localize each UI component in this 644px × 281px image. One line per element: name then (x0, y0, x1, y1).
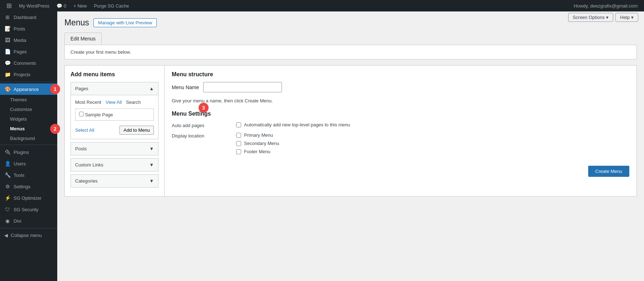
tools-icon: 🔧 (4, 172, 11, 178)
sidebar-item-sg-optimizer[interactable]: ⚡ SG Optimizer (0, 192, 57, 204)
sample-page-checkbox[interactable] (79, 112, 84, 116)
search-tab[interactable]: Search (126, 100, 141, 105)
admin-bar: ⊞ My WordPress 💬 0 + New Purge SG Cache … (0, 0, 644, 11)
appearance-icon: 🎨 (4, 86, 11, 92)
sidebar-item-label: Users (14, 161, 26, 166)
auto-add-checkbox-label: Automatically add new top-level pages to… (244, 122, 350, 127)
howdy-text: Howdy, deezgrafix@gmail.com (570, 3, 641, 9)
main-content: Menus Manage with Live Preview Edit Menu… (57, 11, 644, 281)
sidebar-item-label: Media (14, 38, 26, 43)
view-all-tab[interactable]: View All (106, 100, 122, 105)
secondary-menu-checkbox[interactable] (236, 141, 241, 146)
site-name-button[interactable]: My WordPress (15, 0, 53, 11)
help-arrow-icon: ▾ (631, 15, 634, 20)
menu-name-input[interactable] (203, 82, 282, 92)
sidebar-item-label: Tools (14, 173, 24, 178)
divi-icon: ◉ (4, 218, 11, 224)
screen-options-button[interactable]: Screen Options ▾ (568, 13, 614, 22)
sg-optimizer-icon: ⚡ (4, 195, 11, 201)
sidebar-item-label: Posts (14, 26, 25, 32)
create-menu-button[interactable]: Create Menu (588, 166, 629, 177)
sidebar-item-appearance[interactable]: 🎨 Appearance 1 (0, 83, 57, 95)
secondary-menu-row[interactable]: Secondary Menu (236, 141, 279, 146)
posts-accordion-chevron-icon: ▼ (149, 146, 154, 151)
users-icon: 👤 (4, 161, 11, 166)
wp-logo-button[interactable]: ⊞ (3, 0, 15, 11)
menu-structure-panel: Menu structure Menu Name Give your menu … (165, 65, 637, 197)
collapse-arrow-icon: ◀ (4, 233, 8, 238)
step-1-badge: 1 (50, 84, 60, 94)
collapse-menu-button[interactable]: ◀ Collapse menu (0, 230, 57, 241)
sidebar-item-background[interactable]: Background (0, 134, 57, 143)
sidebar-item-tools[interactable]: 🔧 Tools (0, 169, 57, 181)
screen-options-label: Screen Options (573, 15, 605, 20)
add-to-menu-button[interactable]: Add to Menu (119, 126, 154, 135)
posts-accordion-header[interactable]: Posts ▼ (71, 142, 158, 155)
custom-links-accordion-header[interactable]: Custom Links ▼ (71, 159, 158, 171)
sidebar-item-plugins[interactable]: 🔌 Plugins (0, 146, 57, 158)
top-right-buttons: Screen Options ▾ Help ▾ (568, 13, 638, 22)
sample-page-item[interactable]: Sample Page (75, 108, 154, 121)
admin-menu: ⊞ Dashboard 📝 Posts 🖼 Media 📄 Pages 💬 Co… (0, 11, 57, 281)
posts-icon: 📝 (4, 26, 11, 32)
sidebar-item-media[interactable]: 🖼 Media (0, 34, 57, 46)
sidebar-item-themes[interactable]: Themes (0, 95, 57, 105)
create-menu-label: Create Menu (595, 169, 622, 174)
dashboard-icon: ⊞ (4, 14, 11, 20)
auto-add-checkbox-row[interactable]: Automatically add new top-level pages to… (236, 122, 350, 127)
comments-icon: 💬 (57, 3, 62, 9)
add-menu-items-panel: Add menu items Pages ▲ Most Recent View … (64, 65, 165, 197)
pages-accordion-header[interactable]: Pages ▲ (71, 82, 158, 95)
sidebar-item-label: Dashboard (14, 15, 36, 20)
primary-menu-checkbox[interactable] (236, 133, 241, 138)
sidebar-item-menus[interactable]: Menus 2 (0, 124, 57, 134)
select-all-link[interactable]: Select All (75, 127, 94, 133)
comments-menu-icon: 💬 (4, 60, 11, 66)
live-preview-button[interactable]: Manage with Live Preview (93, 18, 157, 27)
purge-cache-button[interactable]: Purge SG Cache (90, 0, 132, 11)
sidebar-item-label: Projects (14, 72, 30, 77)
sidebar-item-posts[interactable]: 📝 Posts (0, 23, 57, 34)
step-2-badge: 2 (50, 124, 60, 134)
primary-menu-row[interactable]: Primary Menu (236, 132, 279, 138)
sidebar-item-divi[interactable]: ◉ Divi (0, 215, 57, 227)
display-location-controls: Primary Menu Secondary Menu Footer Menu (236, 132, 279, 154)
pages-accordion-content: Most Recent View All Search Sample Page … (71, 95, 158, 139)
sg-security-icon: 🛡 (4, 207, 11, 212)
sidebar-item-users[interactable]: 👤 Users (0, 158, 57, 169)
auto-add-checkbox[interactable] (236, 122, 241, 127)
sidebar-item-pages[interactable]: 📄 Pages (0, 46, 57, 57)
sidebar-item-label: SG Security (14, 207, 38, 212)
media-icon: 🖼 (4, 37, 11, 43)
site-name-label: My WordPress (19, 3, 49, 9)
sidebar-item-dashboard[interactable]: ⊞ Dashboard (0, 11, 57, 23)
sidebar-item-sg-security[interactable]: 🛡 SG Security (0, 204, 57, 215)
categories-accordion-label: Categories (75, 178, 98, 184)
auto-add-pages-row: Auto add pages Automatically add new top… (172, 122, 629, 128)
help-button[interactable]: Help ▾ (615, 13, 638, 22)
sidebar-item-customize[interactable]: Customize (0, 105, 57, 114)
pages-accordion-footer: Select All Add to Menu (75, 122, 154, 135)
footer-menu-checkbox[interactable] (236, 149, 241, 154)
tab-edit-menus[interactable]: Edit Menus (64, 33, 102, 45)
collapse-menu-label: Collapse menu (11, 233, 42, 238)
sidebar-item-label: Appearance (14, 87, 39, 92)
menus-label: Menus (10, 126, 25, 131)
sidebar-item-widgets[interactable]: Widgets (0, 114, 57, 124)
categories-accordion-header[interactable]: Categories ▼ (71, 175, 158, 187)
display-location-label: Display location (172, 132, 229, 154)
sidebar-item-settings[interactable]: ⚙ Settings (0, 181, 57, 192)
settings-icon: ⚙ (4, 184, 11, 189)
sidebar-item-label: Divi (14, 218, 21, 224)
pages-tab-links: Most Recent View All Search (75, 100, 154, 105)
background-label: Background (10, 136, 35, 141)
auto-add-label: Auto add pages (172, 122, 229, 128)
sidebar-item-projects[interactable]: 📁 Projects (0, 69, 57, 80)
menu-editor: Add menu items Pages ▲ Most Recent View … (64, 65, 637, 197)
new-content-button[interactable]: + New (70, 0, 90, 11)
footer-menu-row[interactable]: Footer Menu (236, 149, 279, 154)
page-header: Menus Manage with Live Preview (64, 11, 637, 33)
sidebar-item-comments[interactable]: 💬 Comments (0, 57, 57, 69)
comments-button[interactable]: 💬 0 (53, 0, 70, 11)
most-recent-tab[interactable]: Most Recent (75, 100, 101, 105)
